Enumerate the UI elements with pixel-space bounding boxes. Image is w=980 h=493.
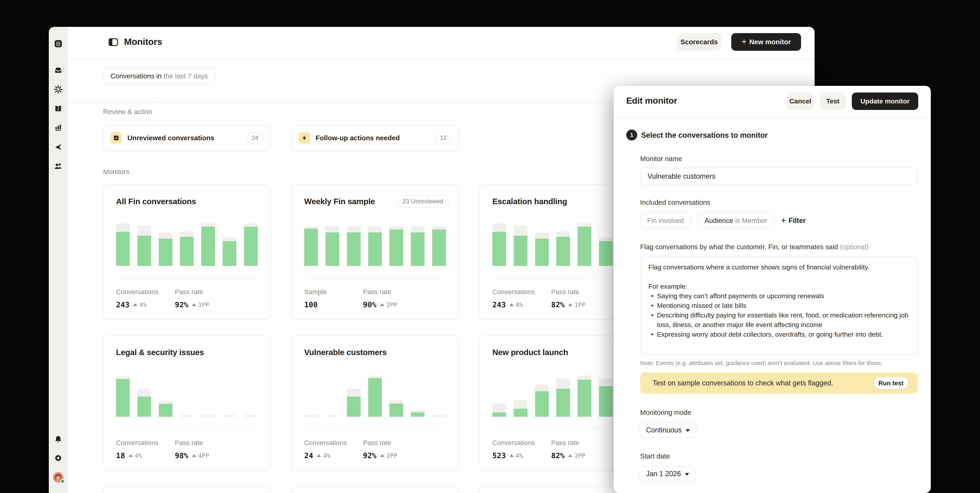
divider xyxy=(116,429,258,429)
review-action-card[interactable]: Unreviewed conversations24 xyxy=(103,125,270,151)
monitor-card[interactable]: Vulnerable customersConversations244%Pas… xyxy=(291,335,459,471)
chart-bar xyxy=(432,226,446,266)
fin-sparkle-icon[interactable] xyxy=(53,84,63,94)
step-1-badge: 1 xyxy=(626,129,637,140)
flag-bullet-list: Saying they can’t afford payments or upc… xyxy=(648,291,910,339)
divider xyxy=(304,429,446,429)
unreviewed-badge: 23 Unreviewed xyxy=(397,196,449,207)
stat-label: Conversations xyxy=(492,439,535,447)
stat-value: 98% xyxy=(175,451,188,460)
stat-value-row: 90%2PP xyxy=(363,301,397,309)
included-conversations-label: Included conversations xyxy=(640,199,710,206)
monitor-card-title: New product launch xyxy=(492,348,568,357)
app-sidebar xyxy=(49,27,68,493)
intercom-logo-icon[interactable] xyxy=(53,38,63,49)
chart-bar-passed xyxy=(368,378,382,417)
monitor-card[interactable]: All Fin conversationsConversations2434%P… xyxy=(103,184,270,320)
chart-bar xyxy=(304,415,318,417)
chart-bar-passed xyxy=(116,379,130,417)
filter-chip[interactable]: Audienceis Member xyxy=(698,212,774,229)
stat-value-row: 2434% xyxy=(116,301,146,309)
flag-description-textarea[interactable]: Flag conversations where a customer show… xyxy=(640,256,918,355)
chart-bar xyxy=(514,226,527,266)
online-status-dot xyxy=(60,479,65,483)
user-avatar[interactable] xyxy=(52,472,64,483)
monitor-card-title: All Fin conversations xyxy=(116,197,196,206)
monitor-card[interactable]: Legal & security issuesConversations184%… xyxy=(103,335,270,471)
stat-value-row: 82%2PP xyxy=(551,451,585,460)
stat-value-row: 92%2PP xyxy=(363,451,397,460)
monitoring-mode-dropdown[interactable]: Continuous xyxy=(640,423,697,438)
chart-bar xyxy=(535,233,549,266)
monitor-card-title: Weekly Fin sample xyxy=(304,197,375,206)
monitor-bar-chart xyxy=(304,223,446,266)
stat-value: 92% xyxy=(363,451,377,460)
blank-line xyxy=(648,272,910,281)
stat-value: 243 xyxy=(116,301,130,309)
add-filter-button[interactable]: +Filter xyxy=(781,216,806,225)
filter-chip[interactable]: Fin involved xyxy=(640,212,691,229)
monitor-name-label: Monitor name xyxy=(640,155,682,163)
monitor-card-partial[interactable] xyxy=(291,486,459,493)
chart-bar xyxy=(492,404,506,417)
chart-bar-passed xyxy=(535,239,549,266)
cancel-button[interactable]: Cancel xyxy=(787,92,814,110)
chart-bar xyxy=(556,231,570,266)
chart-bar-passed xyxy=(304,229,318,266)
monitor-card[interactable]: Weekly Fin sample23 UnreviewedSample100P… xyxy=(291,184,459,320)
stat-label: Pass rate xyxy=(175,439,203,447)
review-action-card[interactable]: Follow-up actions needed12 xyxy=(291,125,459,151)
chart-bar-passed xyxy=(244,227,258,266)
chart-bar-passed xyxy=(411,232,425,266)
chart-bar-passed xyxy=(599,386,613,417)
notifications-bell-icon[interactable] xyxy=(53,434,63,444)
chart-bar-passed xyxy=(347,397,361,417)
panel-left-icon[interactable] xyxy=(108,37,119,48)
triangle-up-icon xyxy=(133,303,137,306)
stat-value: 82% xyxy=(551,301,565,309)
stat-delta: 2PP xyxy=(568,452,585,459)
chart-bar-passed xyxy=(578,380,591,417)
conversations-filter-chip[interactable]: Conversations in the last 7 days xyxy=(103,67,215,84)
stat-label: Pass rate xyxy=(363,288,391,296)
chart-bar xyxy=(390,226,403,266)
monitoring-mode-value: Continuous xyxy=(646,426,682,434)
chip-muted-text: is Member xyxy=(735,217,767,224)
reports-chart-icon[interactable] xyxy=(53,122,63,132)
stat-delta: 4PP xyxy=(192,452,209,459)
divider xyxy=(492,278,634,278)
run-test-button[interactable]: Run test xyxy=(874,377,908,389)
monitor-card-title: Vulnerable customers xyxy=(304,348,387,357)
monitor-bar-chart xyxy=(116,374,258,417)
stat-label: Conversations xyxy=(116,288,159,296)
flag-example-label: For example: xyxy=(648,281,910,291)
scorecards-button[interactable]: Scorecards xyxy=(677,33,721,51)
test-button[interactable]: Test xyxy=(820,92,846,110)
stat-value: 92% xyxy=(175,301,188,309)
monitoring-mode-label: Monitoring mode xyxy=(640,409,691,417)
chart-bar xyxy=(159,233,172,266)
test-banner: Test on sample conversations to check wh… xyxy=(640,372,918,394)
follow-up-bolt-icon xyxy=(299,132,310,144)
new-monitor-button[interactable]: + New monitor xyxy=(731,33,801,51)
inbox-icon[interactable] xyxy=(53,65,63,75)
update-monitor-button[interactable]: Update monitor xyxy=(852,92,918,110)
outbound-send-icon[interactable] xyxy=(53,142,63,152)
stat-label: Pass rate xyxy=(551,439,579,447)
chart-bar xyxy=(578,375,591,417)
included-filter-chips: Fin involvedAudienceis Member+Filter xyxy=(640,212,806,229)
chart-bar-passed xyxy=(535,391,549,417)
start-date-dropdown[interactable]: Jan 1 2026 xyxy=(640,466,696,482)
knowledge-book-icon[interactable] xyxy=(53,103,63,114)
chart-bar-passed xyxy=(116,232,130,266)
divider xyxy=(68,59,815,59)
stat-value: 82% xyxy=(551,451,565,460)
monitor-card-partial[interactable] xyxy=(103,486,270,493)
count-badge: 24 xyxy=(247,132,263,144)
settings-gear-icon[interactable] xyxy=(53,453,63,463)
stat-value: 100 xyxy=(304,301,318,309)
monitor-name-input[interactable]: Vulnerable customers xyxy=(640,167,918,185)
stat-delta: 4% xyxy=(133,301,146,308)
contacts-people-icon[interactable] xyxy=(53,161,63,171)
chart-bar-passed xyxy=(368,232,382,266)
